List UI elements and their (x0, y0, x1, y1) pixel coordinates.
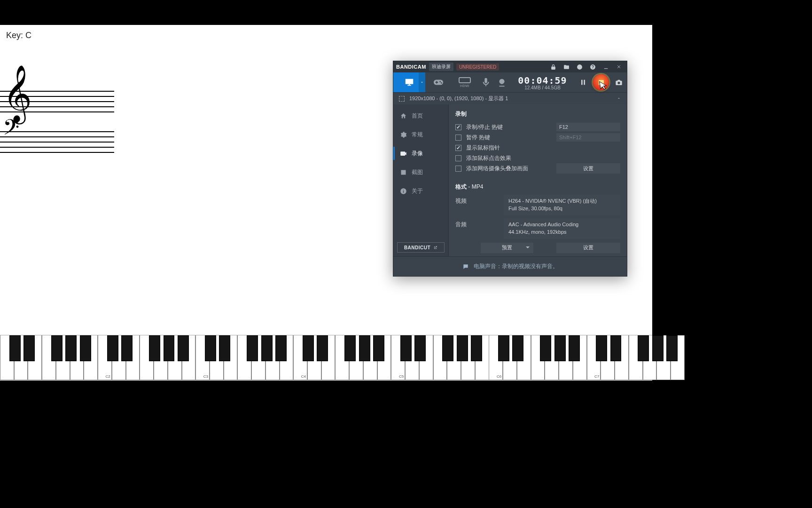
mode-screen-dropdown[interactable] (419, 72, 425, 92)
key-label: C6 (497, 374, 501, 379)
treble-clef-icon: 𝄞 (3, 65, 32, 123)
black-key[interactable] (414, 335, 426, 361)
nav-image[interactable]: 截图 (393, 163, 448, 182)
format-settings-button[interactable]: 设置 (556, 243, 620, 253)
octave: C6 (489, 335, 586, 380)
black-key[interactable] (498, 335, 509, 361)
mode-device[interactable]: HDMI (452, 72, 478, 92)
piano-keyboard[interactable]: C2C3C4C5C6C7 (0, 335, 652, 380)
black-key[interactable] (471, 335, 482, 361)
black-key[interactable] (205, 335, 216, 361)
format-section-title: 格式 - MP4 (455, 183, 620, 191)
record-settings-button[interactable]: 设置 (556, 163, 620, 174)
lbl-click-effect: 添加鼠标点击效果 (466, 155, 511, 162)
nav-home[interactable]: 首页 (393, 106, 448, 125)
nav-video-label: 录像 (412, 150, 423, 158)
preset-dropdown[interactable]: 预置 (481, 243, 533, 253)
chk-pause-hotkey[interactable] (455, 135, 461, 141)
svg-rect-0 (604, 68, 608, 69)
octave: C4 (293, 335, 391, 380)
chk-start-stop-hotkey[interactable] (455, 124, 461, 130)
record-stop-button[interactable] (591, 72, 611, 92)
black-key[interactable] (344, 335, 356, 361)
bandicut-link[interactable]: BANDICUT (397, 242, 445, 253)
nav-about[interactable]: 关于 (393, 182, 448, 200)
chk-webcam-overlay[interactable] (455, 166, 461, 172)
black-key[interactable] (275, 335, 287, 361)
black-key[interactable] (51, 335, 62, 361)
black-key[interactable] (457, 335, 468, 361)
black-key[interactable] (666, 335, 678, 361)
black-key[interactable] (442, 335, 453, 361)
lbl-show-cursor: 显示鼠标指针 (466, 144, 500, 151)
black-key[interactable] (652, 335, 664, 361)
chk-click-effect[interactable] (455, 155, 461, 161)
black-key[interactable] (638, 335, 649, 361)
key-label: C5 (399, 374, 404, 379)
black-key[interactable] (554, 335, 566, 361)
speech-bubble-icon (462, 263, 469, 270)
black-key[interactable] (9, 335, 21, 361)
black-key[interactable] (121, 335, 133, 361)
black-key[interactable] (303, 335, 314, 361)
video-label: 视频 (455, 195, 477, 205)
black-key[interactable] (540, 335, 551, 361)
black-key[interactable] (596, 335, 607, 361)
toggle-webcam[interactable] (494, 72, 510, 92)
help-icon[interactable] (587, 62, 598, 71)
close-button[interactable] (614, 62, 624, 71)
key-label: C4 (301, 374, 306, 379)
lbl-pause-hotkey: 暂停 热键 (466, 134, 490, 141)
black-key[interactable] (219, 335, 230, 361)
external-link-icon (433, 246, 437, 250)
pause-button[interactable] (575, 72, 591, 92)
hotkey-start-stop[interactable]: F12 (556, 123, 620, 131)
black-key[interactable] (149, 335, 160, 361)
open-folder-icon[interactable] (561, 62, 571, 71)
black-key[interactable] (178, 335, 189, 361)
nav-general[interactable]: 常规 (393, 125, 448, 144)
minimize-button[interactable] (601, 62, 611, 71)
svg-rect-2 (581, 80, 583, 85)
lock-icon[interactable] (548, 62, 558, 71)
black-key[interactable] (317, 335, 328, 361)
black-key[interactable] (359, 335, 370, 361)
black-key[interactable] (247, 335, 258, 361)
chk-show-cursor[interactable] (455, 145, 461, 151)
black-key[interactable] (610, 335, 622, 361)
video-codec-line1: H264 - NVIDIA® NVENC (VBR) (自动) (508, 198, 616, 205)
nav-home-label: 首页 (412, 112, 423, 120)
video-codec-box[interactable]: H264 - NVIDIA® NVENC (VBR) (自动) Full Siz… (504, 195, 620, 215)
black-key[interactable] (23, 335, 35, 361)
black-key[interactable] (65, 335, 77, 361)
capture-source-bar[interactable]: 1920x1080 - (0, 0), (1920, 1080) - 显示器 1 (393, 92, 627, 104)
audio-codec-line2: 44.1KHz, mono, 192kbps (508, 229, 616, 236)
capture-source-text: 1920x1080 - (0, 0), (1920, 1080) - 显示器 1 (409, 95, 508, 102)
snapshot-button[interactable] (611, 72, 627, 92)
bandicut-label: BANDICUT (404, 245, 430, 250)
black-key[interactable] (164, 335, 175, 361)
nav-video[interactable]: 录像 (393, 144, 448, 163)
black-key[interactable] (512, 335, 523, 361)
black-key[interactable] (107, 335, 118, 361)
octave: C7 (587, 335, 685, 380)
octave: C5 (391, 335, 489, 380)
titlebar: BANDICAM 班迪录屏 UNREGISTERED (393, 61, 627, 72)
black-key[interactable] (400, 335, 412, 361)
octave (0, 335, 98, 380)
black-key[interactable] (569, 335, 580, 361)
lbl-start-stop-hotkey: 录制/停止 热键 (466, 124, 503, 131)
selection-rect-icon (399, 96, 405, 102)
nav-about-label: 关于 (412, 187, 423, 195)
black-key[interactable] (80, 335, 91, 361)
black-key[interactable] (261, 335, 273, 361)
audio-codec-box[interactable]: AAC - Advanced Audio Coding 44.1KHz, mon… (504, 218, 620, 239)
toggle-microphone[interactable] (478, 72, 494, 92)
mode-game[interactable] (425, 72, 452, 92)
mode-screen[interactable] (393, 72, 425, 92)
audio-codec-line1: AAC - Advanced Audio Coding (508, 221, 616, 229)
schedule-icon[interactable] (574, 62, 585, 71)
collapse-icon[interactable] (617, 96, 621, 102)
black-key[interactable] (373, 335, 384, 361)
disk-usage: 12.4MB / 44.5GB (524, 85, 561, 90)
